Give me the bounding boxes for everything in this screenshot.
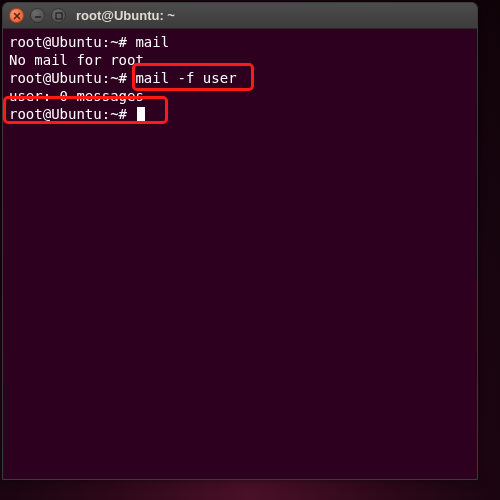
svg-rect-0	[56, 13, 62, 19]
terminal-body[interactable]: root@Ubuntu:~# mail No mail for root roo…	[3, 29, 477, 479]
window-controls	[9, 8, 66, 23]
maximize-button[interactable]	[51, 8, 66, 23]
cursor-icon	[137, 107, 145, 122]
terminal-prompt: root@Ubuntu:~#	[9, 106, 135, 122]
terminal-line: root@Ubuntu:~# mail -f user	[9, 69, 471, 87]
titlebar: root@Ubuntu: ~	[3, 3, 477, 29]
minimize-button[interactable]	[30, 8, 45, 23]
terminal-window: root@Ubuntu: ~ root@Ubuntu:~# mail No ma…	[2, 2, 478, 480]
window-title: root@Ubuntu: ~	[76, 8, 175, 23]
close-button[interactable]	[9, 8, 24, 23]
terminal-prompt-line: root@Ubuntu:~#	[9, 105, 471, 123]
terminal-line: root@Ubuntu:~# mail	[9, 33, 471, 51]
terminal-line: user: 0 messages	[9, 87, 471, 105]
terminal-line: No mail for root	[9, 51, 471, 69]
